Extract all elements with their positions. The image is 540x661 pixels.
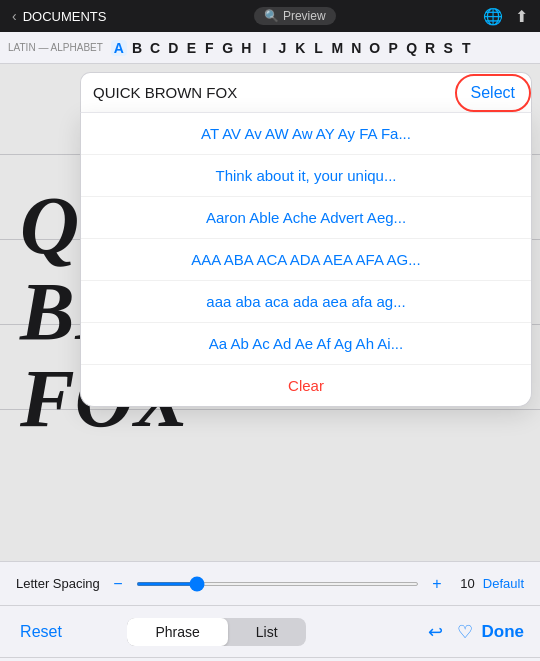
alphabet-letter-j[interactable]: J	[274, 40, 290, 56]
alphabet-bar: LATIN — ALPHABET A B C D E F G H I J K L…	[0, 32, 540, 64]
alphabet-letter-h[interactable]: H	[238, 40, 254, 56]
reset-button[interactable]: Reset	[16, 617, 66, 647]
input-row: Select	[80, 72, 532, 112]
list-tab[interactable]: List	[228, 618, 306, 646]
bottom-bar: Reset Phrase List ↩ ♡ Done	[0, 605, 540, 657]
alphabet-letter-q[interactable]: Q	[403, 40, 420, 56]
alphabet-bar-label: LATIN — ALPHABET	[8, 42, 103, 53]
input-dropdown-container: Select AT AV Av AW Aw AY Ay FA Fa... Thi…	[80, 72, 532, 407]
preview-label-container: 🔍 Preview	[254, 7, 336, 25]
dropdown-item-0[interactable]: AT AV Av AW Aw AY Ay FA Fa...	[81, 113, 531, 155]
top-bar: ‹ DOCUMENTS 🔍 Preview 🌐 ⬆	[0, 0, 540, 32]
text-input[interactable]	[81, 84, 455, 101]
alphabet-letter-d[interactable]: D	[165, 40, 181, 56]
globe-icon[interactable]: 🌐	[483, 7, 503, 26]
dropdown-item-3[interactable]: AAA ABA ACA ADA AEA AFA AG...	[81, 239, 531, 281]
back-chevron-icon[interactable]: ‹	[12, 8, 17, 24]
letter-spacing-minus[interactable]: −	[108, 575, 128, 593]
letter-spacing-default[interactable]: Default	[483, 576, 524, 591]
preview-label: Preview	[283, 9, 326, 23]
alphabet-letter-g[interactable]: G	[219, 40, 236, 56]
alphabet-letter-n[interactable]: N	[348, 40, 364, 56]
bottom-icons: ↩ ♡	[428, 621, 473, 643]
letter-spacing-value: 10	[455, 576, 475, 591]
alphabet-letter-a[interactable]: A	[111, 40, 127, 56]
dropdown-item-4[interactable]: aaa aba aca ada aea afa ag...	[81, 281, 531, 323]
dropdown-list: AT AV Av AW Aw AY Ay FA Fa... Think abou…	[80, 112, 532, 407]
very-bottom-bar: CLASSI 123 15 ≡ %	[0, 657, 540, 661]
alphabet-letter-o[interactable]: O	[366, 40, 383, 56]
dropdown-item-2[interactable]: Aaron Able Ache Advert Aeg...	[81, 197, 531, 239]
phrase-tab[interactable]: Phrase	[127, 618, 227, 646]
heart-icon[interactable]: ♡	[457, 621, 473, 643]
alphabet-letter-l[interactable]: L	[310, 40, 326, 56]
select-button[interactable]: Select	[467, 82, 519, 104]
main-area: QUICK BROWN FOX Select AT AV Av AW Aw AY…	[0, 64, 540, 561]
alphabet-letter-p[interactable]: P	[385, 40, 401, 56]
alphabet-letter-e[interactable]: E	[183, 40, 199, 56]
segmented-control: Phrase List	[127, 618, 305, 646]
back-label[interactable]: DOCUMENTS	[23, 9, 107, 24]
letter-spacing-plus[interactable]: +	[427, 575, 447, 593]
letter-spacing-slider[interactable]	[136, 582, 419, 586]
alphabet-letter-s[interactable]: S	[440, 40, 456, 56]
done-button[interactable]: Done	[473, 616, 524, 648]
alphabet-letter-k[interactable]: K	[292, 40, 308, 56]
letter-spacing-bar: Letter Spacing − + 10 Default	[0, 561, 540, 605]
select-button-wrapper: Select	[455, 78, 531, 108]
clear-button[interactable]: Clear	[81, 365, 531, 406]
top-bar-left: ‹ DOCUMENTS	[12, 8, 106, 24]
alphabet-letter-i[interactable]: I	[256, 40, 272, 56]
alphabet-letter-f[interactable]: F	[201, 40, 217, 56]
letter-spacing-label: Letter Spacing	[16, 576, 100, 591]
alphabet-letter-r[interactable]: R	[422, 40, 438, 56]
dropdown-item-5[interactable]: Aa Ab Ac Ad Ae Af Ag Ah Ai...	[81, 323, 531, 365]
top-bar-right: 🌐 ⬆	[483, 7, 528, 26]
alphabet-letter-m[interactable]: M	[328, 40, 346, 56]
search-icon: 🔍	[264, 9, 279, 23]
alphabet-letter-c[interactable]: C	[147, 40, 163, 56]
alphabet-letter-b[interactable]: B	[129, 40, 145, 56]
share-circle-icon[interactable]: ↩	[428, 621, 443, 643]
alphabet-letter-t[interactable]: T	[458, 40, 474, 56]
share-icon[interactable]: ⬆	[515, 7, 528, 26]
alphabet-letters: A B C D E F G H I J K L M N O P Q R S T	[111, 40, 474, 56]
dropdown-item-1[interactable]: Think about it, your uniqu...	[81, 155, 531, 197]
